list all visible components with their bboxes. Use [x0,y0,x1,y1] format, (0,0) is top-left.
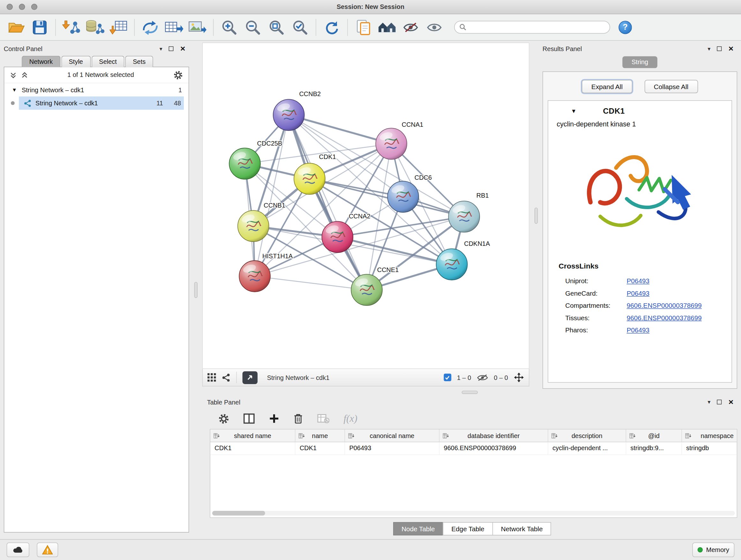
table-horizontal-scrollbar[interactable] [212,511,735,516]
show-columns-icon[interactable] [244,414,255,424]
selected-network-item[interactable]: String Network – cdk1 11 48 [19,97,184,110]
table-mode-gear-icon[interactable] [218,413,229,424]
create-column-icon[interactable] [269,414,280,424]
tab-edge-table[interactable]: Edge Table [443,522,493,535]
panel-menu-icon[interactable]: ▾ [708,45,711,52]
crosslink-value-link[interactable]: P06493 [627,326,650,334]
expand-all-button[interactable]: Expand All [582,80,632,93]
column-header-shared-name[interactable]: shared name [210,429,295,442]
home-button[interactable] [376,17,398,38]
edge-ccnb2-hist1h1a[interactable] [255,115,289,276]
show-graphics-details-button[interactable] [423,17,446,38]
panel-close-icon[interactable]: × [180,44,185,53]
crosslink-value-link[interactable]: P06493 [627,290,650,297]
panel-menu-icon[interactable]: ▾ [708,399,711,406]
birdseye-view-icon[interactable] [222,373,231,382]
warnings-button[interactable] [37,543,58,557]
table-row[interactable]: CDK1CDK1P064939606.ENSP00000378699cyclin… [210,442,737,455]
help-button[interactable]: ? [618,20,631,34]
gene-section-header[interactable]: ▼ CDK1 [548,101,732,120]
network-from-selection-button[interactable] [139,17,161,38]
splitter-handle[interactable] [194,282,197,298]
tab-node-table[interactable]: Node Table [393,522,443,535]
import-table-file-button[interactable] [107,17,130,38]
hide-graphics-details-button[interactable] [399,17,422,38]
import-network-database-button[interactable] [84,17,106,38]
tab-network-table[interactable]: Network Table [492,522,551,535]
crosslink-value-link[interactable]: 9606.ENSP00000378699 [627,302,702,309]
scrollbar-thumb[interactable] [212,511,265,516]
crosslink-value-link[interactable]: 9606.ENSP00000378699 [627,314,702,322]
panel-close-icon[interactable]: × [729,398,734,407]
tab-sets[interactable]: Sets [125,56,153,67]
network-collection-row[interactable]: ▼ String Network – cdk1 1 [4,83,189,97]
grid-view-icon[interactable] [207,373,216,382]
delete-column-icon[interactable] [293,413,303,424]
gear-icon[interactable] [173,70,183,80]
tab-network[interactable]: Network [22,56,60,67]
splitter-handle[interactable] [534,207,537,224]
column-header-canonical-name[interactable]: canonical name [345,429,440,442]
network-node-cdk1[interactable]: CDK1 [294,153,336,194]
title-bar: Session: New Session [0,0,741,14]
collapse-all-button[interactable]: Collapse All [644,80,698,93]
cloud-status-button[interactable] [7,543,29,557]
network-node-ccnb2[interactable]: CCNB2 [273,90,321,131]
tab-string[interactable]: String [623,56,657,68]
import-network-file-button[interactable] [60,17,83,38]
zoom-fit-button[interactable] [265,17,288,38]
network-row[interactable]: String Network – cdk1 11 48 [4,97,189,110]
edge-count: 48 [167,100,181,107]
column-header-namespace[interactable]: namespace [682,429,737,442]
network-node-rb1[interactable]: RB1 [448,192,488,232]
pan-move-icon[interactable] [514,372,524,383]
maximize-window-button[interactable] [31,4,37,10]
horizontal-splitter[interactable] [202,389,737,396]
search-input[interactable] [470,23,605,30]
panel-menu-icon[interactable]: ▾ [159,45,162,52]
edge-hist1h1a-ccne1[interactable] [255,276,367,290]
main-toolbar: ? [0,14,741,41]
memory-button[interactable]: Memory [692,543,734,557]
column-header-id[interactable]: @id [626,429,682,442]
node-table[interactable]: shared namenamecanonical namedatabase id… [210,429,738,518]
network-view: CCNB2CCNA1CDC25BCDK1CDC6RB1CCNB1CCNA2CDK… [202,43,529,388]
section-expander-icon[interactable]: ▼ [571,108,577,114]
splitter-handle[interactable] [462,391,478,394]
search-box[interactable] [454,21,610,34]
panel-float-icon[interactable] [169,46,174,51]
network-canvas[interactable]: CCNB2CCNA1CDC25BCDK1CDC6RB1CCNB1CCNA2CDK… [202,43,529,369]
save-session-button[interactable] [28,17,51,38]
tree-expander-icon[interactable]: ▼ [12,87,17,93]
open-session-button[interactable] [5,17,27,38]
column-header-name[interactable]: name [295,429,345,442]
edge-cdk1-rb1[interactable] [310,179,464,217]
column-header-description[interactable]: description [548,429,626,442]
open-document-button[interactable] [352,17,375,38]
zoom-selected-button[interactable] [289,17,312,38]
zoom-in-button[interactable] [218,17,241,38]
network-node-cdkn1a[interactable]: CDKN1A [436,240,490,280]
tab-select[interactable]: Select [91,56,125,67]
vertical-splitter[interactable] [189,41,202,539]
network-node-hist1h1a[interactable]: HIST1H1A [239,253,293,292]
column-header-database-identifier[interactable]: database identifier [440,429,548,442]
expand-all-icon[interactable] [21,71,28,78]
hidden-eye-slash-icon[interactable] [477,374,488,381]
export-table-button[interactable] [162,17,185,38]
panel-float-icon[interactable] [717,400,722,405]
crosslink-value-link[interactable]: P06493 [627,277,650,285]
zoom-out-button[interactable] [242,17,264,38]
apply-layout-button[interactable] [320,17,343,38]
export-image-button[interactable] [186,17,209,38]
close-window-button[interactable] [7,4,13,10]
collapse-all-icon[interactable] [10,71,17,78]
tab-style[interactable]: Style [61,56,91,67]
panel-close-icon[interactable]: × [729,44,734,53]
selected-counts-checkbox[interactable] [444,374,451,381]
panel-float-icon[interactable] [717,46,722,51]
network-node-ccna1[interactable]: CCNA1 [376,121,423,159]
minimize-window-button[interactable] [19,4,25,10]
detach-view-button[interactable] [243,371,258,384]
network-results-splitter[interactable] [529,43,542,388]
